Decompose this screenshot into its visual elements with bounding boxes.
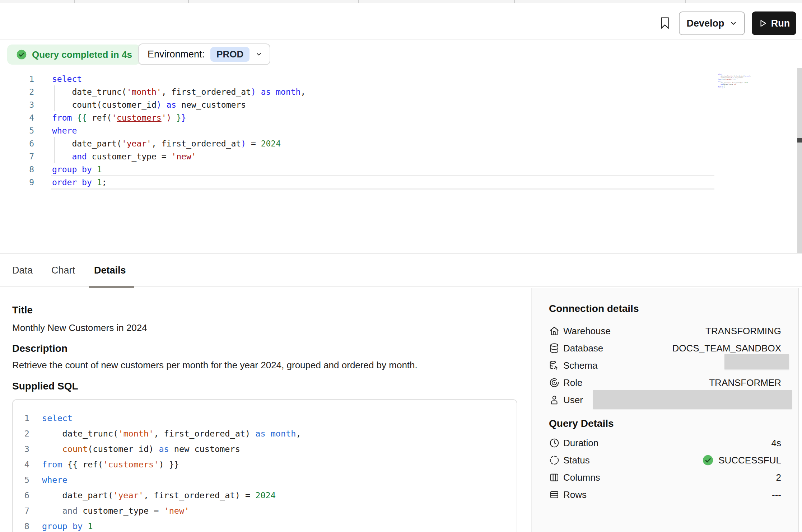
connection-row-warehouse: Warehouse TRANSFORMING (549, 322, 781, 340)
tab-data[interactable]: Data (12, 254, 33, 287)
user-icon (549, 395, 563, 405)
query-row-rows: Rows --- (549, 486, 781, 503)
columns-label: Columns (563, 472, 600, 483)
query-row-status: Status SUCCESSFUL (549, 452, 781, 469)
tab-divider (188, 0, 189, 3)
tab-divider (685, 0, 686, 3)
rows-value: --- (772, 489, 781, 500)
app-window: Develop Run Query (0, 0, 802, 532)
user-label: User (563, 395, 583, 406)
tab-chart[interactable]: Chart (51, 254, 75, 287)
duration-label: Duration (563, 438, 598, 449)
title-heading: Title (12, 304, 33, 316)
schema-icon (549, 360, 563, 371)
description-value: Retrieve the count of new customers per … (12, 360, 418, 371)
environment-dropdown[interactable]: Environment: PROD (138, 43, 270, 65)
play-icon (758, 19, 768, 28)
columns-value: 2 (776, 472, 781, 483)
tab-divider (74, 0, 75, 3)
develop-label: Develop (686, 18, 724, 29)
title-value: Monthly New Customers in 2024 (12, 322, 147, 333)
environment-label: Environment: (148, 49, 205, 60)
query-row-duration: Duration 4s (549, 434, 781, 452)
user-value-redacted (593, 390, 792, 409)
role-icon (549, 377, 563, 388)
success-check-icon (702, 454, 714, 466)
database-value: DOCS_TEAM_SANDBOX (672, 343, 781, 354)
warehouse-value: TRANSFORMING (705, 326, 781, 337)
run-button[interactable]: Run (752, 11, 796, 35)
schema-value-redacted (724, 354, 789, 369)
chevron-down-icon (255, 51, 262, 58)
status-row: Query completed in 4s Environment: PROD (0, 40, 802, 72)
connection-details-heading: Connection details (549, 303, 639, 314)
duration-value: 4s (771, 438, 781, 449)
tab-divider (358, 0, 359, 3)
database-label: Database (563, 343, 603, 354)
query-details-heading: Query Details (549, 418, 614, 429)
develop-dropdown-button[interactable]: Develop (679, 11, 745, 35)
status-label: Status (563, 455, 590, 466)
description-heading: Description (12, 343, 67, 354)
tab-details[interactable]: Details (94, 254, 126, 287)
query-status-badge: Query completed in 4s (7, 45, 141, 65)
supplied-sql-block: 1select2 date_trunc('month', first_order… (12, 399, 517, 532)
results-tabbar: Data Chart Details (0, 253, 802, 287)
editor-minimap[interactable]: 1select2 date_trunc('month', first_order… (716, 74, 763, 89)
warehouse-label: Warehouse (563, 326, 611, 337)
status-icon (549, 455, 563, 466)
connection-row-role: Role TRANSFORMER (549, 374, 781, 391)
sql-editor[interactable]: 1select2 date_trunc('month', first_order… (0, 73, 793, 189)
query-details-rows: Duration 4s Status S (549, 434, 781, 503)
status-value: SUCCESSFUL (702, 454, 781, 466)
environment-value-badge: PROD (210, 47, 250, 62)
warehouse-icon (549, 326, 563, 336)
schema-label: Schema (563, 360, 597, 371)
status-value-text: SUCCESSFUL (718, 455, 781, 466)
database-icon (549, 343, 563, 354)
bookmark-icon (658, 15, 672, 31)
bookmark-button[interactable] (656, 13, 674, 33)
rows-icon (549, 489, 563, 500)
rows-label: Rows (563, 489, 587, 500)
query-row-columns: Columns 2 (549, 469, 781, 486)
role-label: Role (563, 377, 582, 388)
editor-scrollbar[interactable] (797, 68, 802, 253)
query-status-text: Query completed in 4s (32, 49, 132, 60)
browser-tab-strip (0, 0, 802, 3)
role-value: TRANSFORMER (709, 377, 781, 388)
check-circle-icon (16, 49, 27, 60)
toolbar: Develop Run (0, 4, 802, 39)
columns-icon (549, 472, 563, 483)
duration-icon (549, 438, 563, 448)
tab-divider (514, 0, 515, 3)
editor-scrollbar-thumb[interactable] (797, 138, 802, 143)
details-pane: Title Monthly New Customers in 2024 Desc… (0, 288, 531, 532)
supplied-sql-heading: Supplied SQL (12, 381, 78, 392)
connection-panel: Connection details Warehouse TRANSFORMIN… (531, 288, 799, 532)
run-label: Run (771, 18, 790, 29)
chevron-down-icon (729, 19, 737, 27)
